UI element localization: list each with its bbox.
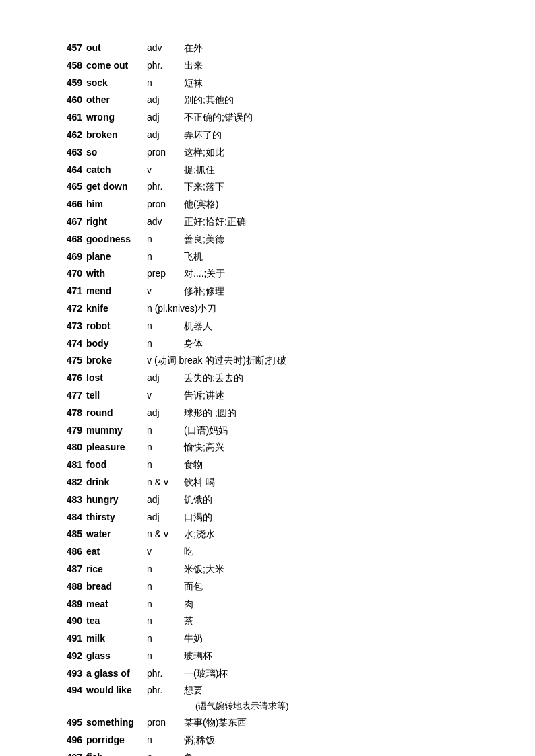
entry-word: so	[86, 145, 147, 161]
entry-number: 471	[54, 283, 82, 300]
entry-pos: n	[147, 318, 184, 335]
entry-meaning: 机器人	[184, 318, 212, 335]
entry-pos: n	[147, 561, 184, 578]
entry-number: 495	[54, 715, 82, 731]
list-item: 496porridge n 粥;稀饭	[54, 732, 481, 749]
entry-number: 460	[54, 92, 82, 108]
entry-pos: n & v	[147, 526, 184, 543]
entry-meaning: 修补;修理	[184, 283, 224, 300]
entry-word: round	[86, 405, 147, 421]
entry-word: something	[86, 715, 147, 731]
entry-number: 481	[54, 457, 82, 473]
entry-meaning: 米饭;大米	[184, 561, 224, 578]
entry-word: food	[86, 457, 147, 473]
entry-number: 463	[54, 145, 82, 161]
entry-number: 459	[54, 75, 82, 92]
entry-word: tell	[86, 388, 147, 404]
entry-meaning: 告诉;讲述	[184, 388, 224, 404]
entry-meaning: 对....;关于	[184, 266, 225, 282]
entry-pos: adj	[147, 405, 184, 421]
entry-pos: v (动词 break 的过去时)	[147, 353, 246, 369]
entry-word: get down	[86, 179, 147, 195]
entry-meaning: 饥饿的	[184, 492, 212, 508]
entry-word: would like	[86, 683, 147, 699]
list-item: 490tea n 茶	[54, 613, 481, 629]
entry-number: 466	[54, 197, 82, 213]
list-item: 459sock n 短袜	[54, 75, 481, 92]
entry-number: 490	[54, 613, 82, 629]
list-item: 488bread n 面包	[54, 579, 481, 595]
entry-pos: adj	[147, 492, 184, 508]
entry-number: 496	[54, 732, 82, 749]
entry-pos: adv	[147, 40, 184, 57]
list-item: 461wrong adj 不正确的;错误的	[54, 110, 481, 126]
entry-pos: adj	[147, 370, 184, 386]
entry-word: other	[86, 92, 147, 108]
entry-pos: n	[147, 596, 184, 613]
entry-pos: phr.	[147, 683, 184, 699]
entry-number: 474	[54, 336, 82, 352]
list-item: 489meat n 肉	[54, 596, 481, 613]
entry-pos: n	[147, 631, 184, 647]
list-item: 475broke v (动词 break 的过去时) 折断;打破	[54, 353, 481, 369]
entry-word: glass	[86, 648, 147, 664]
entry-meaning: 这样;如此	[184, 145, 224, 161]
entry-pos: n	[147, 75, 184, 92]
list-item: 463so pron 这样;如此	[54, 145, 481, 161]
entry-word: thirsty	[86, 510, 147, 526]
entry-meaning: 一(玻璃)杯	[184, 666, 228, 682]
entry-word: meat	[86, 596, 147, 613]
entry-word: bread	[86, 579, 147, 595]
entry-meaning: 鱼	[184, 750, 193, 756]
entry-meaning: 小刀	[197, 301, 216, 317]
entry-meaning: 牛奶	[184, 631, 203, 647]
entry-meaning: 面包	[184, 579, 203, 595]
entry-meaning: 出来	[184, 58, 203, 74]
entry-number: 480	[54, 440, 82, 456]
entry-number: 475	[54, 353, 82, 369]
entry-pos: prep	[147, 266, 184, 282]
entry-meaning: 不正确的;错误的	[184, 110, 253, 126]
list-item: 481food n 食物	[54, 457, 481, 473]
list-item: 484thirsty adj 口渴的	[54, 510, 481, 526]
entry-pos: v	[147, 388, 184, 404]
entry-pos: n	[147, 423, 184, 439]
list-item: 457out adv 在外	[54, 40, 481, 57]
list-item: 485water n & v 水;浇水	[54, 526, 481, 543]
entry-meaning: 某事(物)某东西	[184, 715, 247, 731]
entry-number: 494	[54, 683, 82, 699]
entry-word: milk	[86, 631, 147, 647]
entry-word: wrong	[86, 110, 147, 126]
entry-word: porridge	[86, 732, 147, 749]
entry-meaning: 水;浇水	[184, 526, 215, 543]
entry-number: 458	[54, 58, 82, 74]
entry-number: 461	[54, 110, 82, 126]
entry-number: 489	[54, 596, 82, 613]
entry-number: 457	[54, 40, 82, 57]
entry-word: come out	[86, 58, 147, 74]
entry-word: broke	[86, 353, 147, 369]
entry-word: out	[86, 40, 147, 57]
entry-word: body	[86, 336, 147, 352]
entry-word: catch	[86, 162, 147, 178]
list-item: 474body n 身体	[54, 336, 481, 352]
entry-pos: n	[147, 648, 184, 664]
entry-subline: (语气婉转地表示请求等)	[54, 699, 481, 714]
entry-pos: v	[147, 283, 184, 300]
entry-pos: n	[147, 336, 184, 352]
entry-pos: n	[147, 613, 184, 629]
list-item: 472knife n (pl.knives) 小刀	[54, 301, 481, 317]
list-item: 479mummy n (口语)妈妈	[54, 423, 481, 439]
entry-pos: pron	[147, 715, 184, 731]
entry-meaning: 茶	[184, 613, 193, 629]
entry-pos: n	[147, 579, 184, 595]
vocabulary-list: 457out adv 在外458come out phr. 出来459sock …	[54, 40, 481, 756]
list-item: 477tell v 告诉;讲述	[54, 388, 481, 404]
entry-pos: n	[147, 249, 184, 265]
list-item: 476lost adj 丢失的;丢去的	[54, 370, 481, 386]
entry-pos: adj	[147, 127, 184, 143]
entry-meaning: 饮料 喝	[184, 475, 215, 491]
entry-meaning: 吃	[184, 544, 193, 560]
entry-pos: n	[147, 440, 184, 456]
entry-meaning: 他(宾格)	[184, 197, 218, 213]
